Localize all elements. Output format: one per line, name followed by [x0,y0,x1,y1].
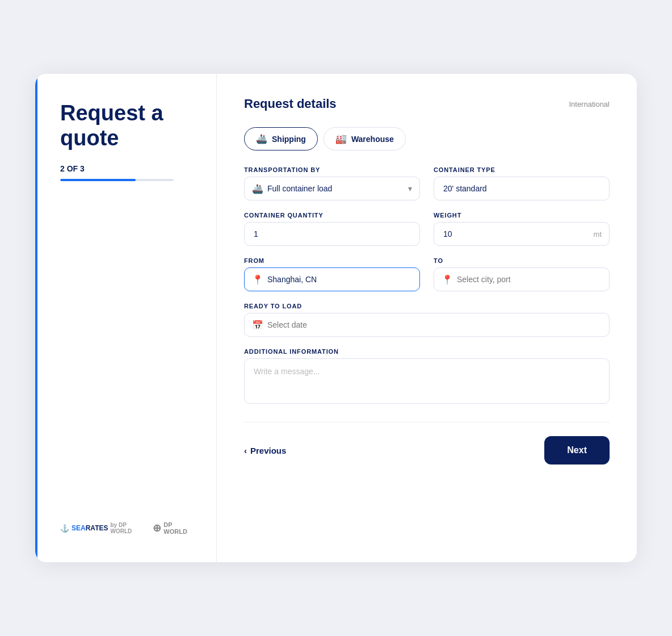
left-top: Request a quote 2 OF 3 [60,101,194,181]
weight-unit: mt [594,230,602,238]
additional-textarea[interactable] [244,358,610,404]
left-bottom: ⚓ SEARATES by DP WORLD ⊕ DP WORLD [60,521,194,535]
ready-date-input[interactable] [244,313,610,337]
to-input-wrapper: 📍 [434,267,610,291]
container-qty-group: CONTAINER QUANTITY [244,212,420,246]
to-group: TO 📍 [434,257,610,291]
footer-nav: ‹ Previous Next [244,422,610,465]
page-title: Request a quote [60,101,194,150]
warehouse-icon: 🏭 [335,133,347,144]
tab-shipping[interactable]: 🚢 Shipping [244,127,318,150]
additional-label: ADDITIONAL INFORMATION [244,348,610,355]
right-header: Request details International [244,97,610,111]
transportation-label: TRANSPORTATION BY [244,166,420,173]
previous-button[interactable]: ‹ Previous [244,446,286,455]
transportation-select[interactable]: Full container load [244,177,420,200]
left-panel: Request a quote 2 OF 3 ⚓ SEARATES by DP … [35,74,217,562]
chevron-left-icon: ‹ [244,446,247,455]
to-input[interactable] [434,267,610,291]
container-qty-label: CONTAINER QUANTITY [244,212,420,219]
transportation-group: TRANSPORTATION BY 🚢 Full container load … [244,166,420,200]
tab-group: 🚢 Shipping 🏭 Warehouse [244,127,610,150]
weight-input[interactable] [434,222,610,246]
from-group: FROM 📍 [244,257,420,291]
ready-label: READY TO LOAD [244,303,610,309]
from-input[interactable] [244,267,420,291]
dpworld-logo: ⊕ DP WORLD [153,521,194,535]
progress-bar-fill [60,179,136,181]
from-label: FROM [244,257,420,264]
right-title: Request details [244,97,337,111]
weight-input-wrapper: mt [434,222,610,246]
next-button[interactable]: Next [544,436,610,465]
progress-bar-track [60,179,174,181]
to-label: TO [434,257,610,264]
shipping-icon: 🚢 [256,133,267,144]
header-badge: International [569,100,610,108]
searates-logo: ⚓ SEARATES by DP WORLD [60,522,141,534]
ready-to-load-group: READY TO LOAD 📅 [244,303,610,337]
additional-info-group: ADDITIONAL INFORMATION [244,348,610,404]
weight-group: WEIGHT mt [434,212,610,246]
right-panel: Request details International 🚢 Shipping… [217,74,637,562]
from-input-wrapper: 📍 [244,267,420,291]
weight-label: WEIGHT [434,212,610,219]
tab-warehouse[interactable]: 🏭 Warehouse [324,127,406,150]
container-type-input[interactable] [434,177,610,200]
container-qty-input[interactable] [244,222,420,246]
container-type-group: CONTAINER TYPE [434,166,610,200]
app-card: Request a quote 2 OF 3 ⚓ SEARATES by DP … [35,74,637,562]
transportation-input-wrapper: 🚢 Full container load ▾ [244,177,420,200]
form-section: TRANSPORTATION BY 🚢 Full container load … [244,166,610,404]
ready-input-wrapper: 📅 [244,313,610,337]
container-type-label: CONTAINER TYPE [434,166,610,173]
step-indicator: 2 OF 3 [60,164,194,173]
